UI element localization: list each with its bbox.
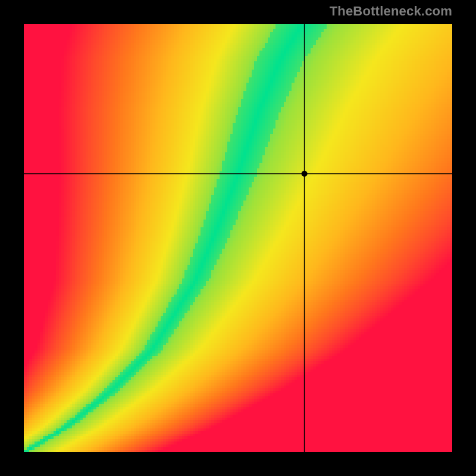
plot-area (24, 24, 452, 452)
chart-frame: TheBottleneck.com (0, 0, 476, 476)
overlay-svg (24, 24, 452, 452)
watermark-text: TheBottleneck.com (330, 4, 452, 19)
marker-dot (302, 171, 308, 177)
